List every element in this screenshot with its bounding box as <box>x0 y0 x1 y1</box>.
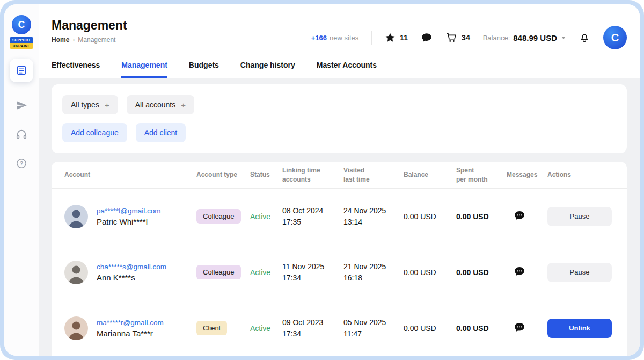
avatar <box>64 205 88 228</box>
breadcrumb-separator: › <box>72 36 75 44</box>
notifications-icon[interactable] <box>579 32 590 44</box>
headphones-icon <box>16 128 27 140</box>
balance-cell: 0.00 USD <box>404 324 456 333</box>
col-header-linking-time: Linking time accounts <box>282 166 343 183</box>
account-email-link[interactable]: pa*****l@gmail.com <box>97 207 161 215</box>
col-header-status: Status <box>250 170 282 179</box>
linking-time-cell: 11 Nov 2025 17:34 <box>282 261 343 284</box>
pause-button[interactable]: Pause <box>547 207 612 226</box>
star-icon <box>385 32 396 43</box>
cart-count: 34 <box>462 33 470 42</box>
balance-dropdown[interactable]: Balance: 848.99 USD <box>483 33 566 42</box>
message-bubble-icon <box>513 209 526 224</box>
visited-time-cell: 21 Nov 2025 16:18 <box>343 261 404 284</box>
unlink-button[interactable]: Unlink <box>547 319 612 338</box>
status-text: Active <box>250 212 282 221</box>
pause-button[interactable]: Pause <box>547 263 612 282</box>
breadcrumb-current: Management <box>78 36 115 44</box>
app-panel: C SUPPORT UKRAINE <box>4 4 640 356</box>
message-bubble-icon <box>513 321 526 335</box>
account-name: Patric Whi****l <box>97 217 161 226</box>
status-text: Active <box>250 268 282 277</box>
breadcrumb: Home › Management <box>52 36 127 44</box>
sidebar-item-telegram[interactable] <box>16 99 27 111</box>
account-type-badge: Colleague <box>196 209 241 224</box>
col-header-balance: Balance <box>404 170 456 179</box>
visited-time-cell: 05 Nov 2025 11:47 <box>343 317 404 340</box>
add-colleague-button[interactable]: Add colleague <box>62 123 127 142</box>
spent-cell: 0.00 USD <box>456 324 507 333</box>
col-header-actions: Actions <box>547 170 614 179</box>
page-title: Management <box>52 18 127 33</box>
sidebar: C SUPPORT UKRAINE <box>4 4 39 356</box>
new-sites-link[interactable]: +166 new sites <box>311 34 359 42</box>
spent-cell: 0.00 USD <box>456 212 507 221</box>
account-type-badge: Client <box>196 321 227 335</box>
accounts-table: Account Account type Status Linking time… <box>52 162 627 356</box>
main-area: Management Home › Management +166 new si… <box>39 4 640 356</box>
account-name: Ann K****s <box>97 273 166 282</box>
col-header-messages: Messages <box>507 170 547 179</box>
avatar <box>64 261 88 284</box>
avatar <box>64 316 88 340</box>
add-client-button[interactable]: Add client <box>136 123 186 142</box>
account-name: Marianna Ta***r <box>97 329 164 338</box>
new-sites-count: +166 <box>311 34 327 42</box>
tab-master-accounts[interactable]: Master Accounts <box>317 61 377 78</box>
breadcrumb-home[interactable]: Home <box>52 36 69 44</box>
svg-text:?: ? <box>20 161 23 167</box>
favorites-count: 11 <box>400 33 408 42</box>
table-header: Account Account type Status Linking time… <box>52 162 627 189</box>
linking-time-cell: 08 Oct 2024 17:35 <box>282 205 343 228</box>
linking-time-cell: 09 Oct 2023 17:34 <box>282 317 343 340</box>
spent-cell: 0.00 USD <box>456 268 507 277</box>
chevron-down-icon <box>561 37 566 39</box>
balance-cell: 0.00 USD <box>404 212 456 221</box>
message-bubble-icon <box>513 265 526 279</box>
balance-value: 848.99 USD <box>513 33 557 42</box>
account-email-link[interactable]: cha*****s@gmail.com <box>97 263 166 271</box>
table-row: cha*****s@gmail.com Ann K****s Colleague… <box>52 244 627 300</box>
sidebar-item-support[interactable] <box>16 128 27 140</box>
account-type-badge: Colleague <box>196 265 241 279</box>
brand-logo[interactable]: C <box>12 15 31 34</box>
cart-button[interactable]: 34 <box>445 32 470 44</box>
filter-all-accounts[interactable]: All accounts + <box>127 95 194 114</box>
cart-icon <box>445 32 457 44</box>
account-avatar[interactable]: C <box>603 26 627 49</box>
tab-budgets[interactable]: Budgets <box>189 61 219 78</box>
content-area: All types + All accounts + Add colleague… <box>39 78 640 356</box>
header-actions: +166 new sites 11 <box>311 26 627 49</box>
visited-time-cell: 24 Nov 2025 13:14 <box>343 205 404 228</box>
col-header-account: Account <box>64 170 196 179</box>
paper-plane-icon <box>16 99 27 111</box>
plus-icon: + <box>181 100 186 110</box>
col-header-spent: Spent per month <box>456 166 507 183</box>
tab-bar: Effectiveness Management Budgets Change … <box>52 61 627 78</box>
balance-cell: 0.00 USD <box>404 268 456 277</box>
support-ukraine-badge: SUPPORT UKRAINE <box>10 37 33 49</box>
status-text: Active <box>250 324 282 333</box>
sidebar-item-news[interactable] <box>10 59 33 82</box>
message-button[interactable] <box>513 265 526 279</box>
tab-change-history[interactable]: Change history <box>240 61 295 78</box>
new-sites-label: new sites <box>330 34 358 42</box>
favorites-button[interactable]: 11 <box>385 32 408 43</box>
plus-icon: + <box>105 100 109 110</box>
filter-card: All types + All accounts + Add colleague… <box>52 84 627 153</box>
table-row: ma*****r@gmail.com Marianna Ta***r Clien… <box>52 300 627 356</box>
balance-label: Balance: <box>483 34 510 42</box>
chat-icon[interactable] <box>421 32 433 44</box>
title-block: Management Home › Management <box>52 18 127 44</box>
tab-effectiveness[interactable]: Effectiveness <box>52 61 100 78</box>
sidebar-item-help[interactable]: ? <box>16 157 27 169</box>
header: Management Home › Management +166 new si… <box>39 4 640 78</box>
news-icon <box>16 64 27 76</box>
app-frame: C SUPPORT UKRAINE <box>0 0 644 360</box>
message-button[interactable] <box>513 321 526 335</box>
message-button[interactable] <box>513 209 526 224</box>
vertical-divider <box>371 31 372 45</box>
account-email-link[interactable]: ma*****r@gmail.com <box>97 319 164 327</box>
filter-all-types[interactable]: All types + <box>62 95 118 114</box>
tab-management[interactable]: Management <box>121 61 167 78</box>
